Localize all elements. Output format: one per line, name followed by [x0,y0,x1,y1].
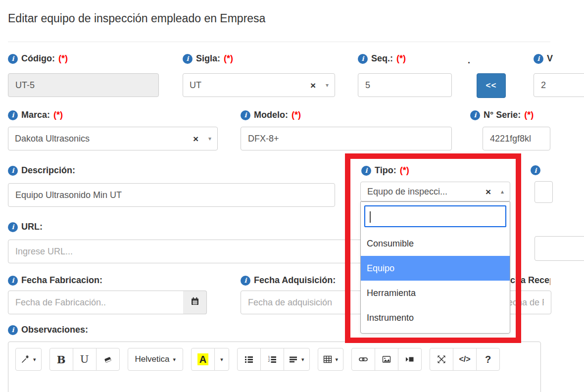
svg-text:1: 1 [268,355,270,359]
partial-right-input[interactable] [535,181,553,203]
dropdown-option-equipo[interactable]: Equipo [361,256,510,281]
partial-right-label: i [531,165,540,175]
modelo-label: i Modelo: (*) [241,110,301,120]
ordered-list-button[interactable]: 1 2 [260,348,284,371]
svg-text:2: 2 [268,359,270,362]
serie-input[interactable] [483,127,550,150]
info-icon[interactable]: i [8,325,18,335]
url-label-text: URL: [21,222,43,232]
descripcion-label: i Descripción: [8,165,75,176]
richtext-toolbar: ▾ B U [15,348,500,371]
chevron-down-icon: ▾ [220,356,223,363]
clear-icon[interactable]: × [310,81,316,90]
info-icon[interactable]: i [8,222,18,232]
fecha-fabricacion-label-text: Fecha Fabricacion: [21,275,102,286]
sigla-label-text: Sigla: [196,53,220,64]
descripcion-input[interactable] [8,183,335,207]
unordered-list-button[interactable] [237,348,261,371]
code-view-button[interactable]: </> [453,348,477,371]
chevron-down-icon: ▾ [33,356,36,363]
bold-button[interactable]: B [49,348,73,371]
url-label: i URL: [8,222,43,232]
chevron-down-icon[interactable]: ▾ [208,136,211,142]
required-marker: (*) [224,53,233,64]
tipo-search-box[interactable] [364,205,506,227]
info-icon[interactable]: i [241,110,250,120]
picture-button[interactable] [375,348,398,371]
seq-label-text: Seq.: [371,53,393,64]
info-icon[interactable]: i [534,54,543,64]
sigla-select[interactable]: UT × ▾ [183,73,335,97]
info-icon[interactable]: i [361,166,371,176]
font-color-caret-button[interactable]: ▾ [214,348,229,371]
tipo-label: i Tipo: (*) [361,165,409,176]
clear-icon[interactable]: × [193,134,198,144]
paragraph-align-button[interactable]: ▾ [284,348,310,371]
dot-separator: . [468,55,470,66]
sigla-selected-value: UT [190,80,201,91]
fecha-fabricacion-input[interactable] [8,291,184,314]
chevron-down-icon: ▾ [336,356,339,363]
fecha-adquisicion-label-text: Fecha Adquisición: [254,275,336,286]
style-magic-button[interactable]: ▾ [15,348,42,371]
serie-label: i N° Serie: (*) [470,110,534,120]
swap-button[interactable]: << [477,73,506,98]
info-icon[interactable]: i [358,54,368,64]
paragraph-icon [289,355,298,364]
codigo-label: i Código: (*) [8,53,68,64]
required-marker: (*) [396,53,406,64]
edit-equipment-form-page: Editar equipo de inspección empleado en … [0,0,584,392]
observaciones-richtext-editor: ▾ B U [8,342,541,392]
modelo-input[interactable] [241,127,452,150]
calendar-button[interactable] [183,291,207,314]
clear-icon[interactable]: × [486,187,491,196]
info-icon[interactable]: i [8,276,18,286]
link-button[interactable] [351,348,375,371]
code-icon: </> [459,355,470,364]
descripcion-label-text: Descripción: [21,165,75,176]
seq-input[interactable] [358,73,452,97]
info-icon[interactable]: i [183,54,193,64]
info-icon[interactable]: i [8,54,18,64]
link-icon [359,355,368,364]
tipo-label-text: Tipo: [375,165,396,176]
marca-select[interactable]: Dakota Ultrasonics × ▾ [8,127,218,150]
fullscreen-button[interactable] [430,348,453,371]
font-family-button[interactable]: Helvetica ▾ [128,348,183,371]
observaciones-label: i Observaciones: [8,325,88,335]
calendar-icon [191,297,199,308]
partial-right-input-2[interactable] [535,236,584,261]
chevron-down-icon[interactable]: ▾ [326,82,329,88]
picture-icon [382,355,391,364]
dropdown-option-instrumento[interactable]: Instrumento [361,305,510,330]
modelo-label-text: Modelo: [254,110,288,120]
codigo-input[interactable] [8,73,159,97]
tipo-select[interactable]: Equpo de inspecci... × ▴ [360,182,510,201]
info-icon[interactable]: i [241,276,250,286]
info-icon[interactable]: i [8,110,18,120]
help-button[interactable]: ? [476,348,500,371]
dropdown-option-consumible[interactable]: Consumible [361,231,510,256]
version-label-text: V [547,53,553,64]
seq-label: i Seq.: (*) [358,53,406,64]
chevron-up-icon[interactable]: ▴ [501,189,504,195]
info-icon[interactable]: i [470,110,480,120]
dropdown-option-herramienta[interactable]: Herramienta [361,281,510,305]
chevron-down-icon: ▾ [173,356,176,363]
clear-format-button[interactable] [96,348,120,371]
font-color-button[interactable]: A [191,348,215,371]
marca-label: i Marca: (*) [8,110,63,120]
underline-button[interactable]: U [73,348,97,371]
info-icon[interactable]: i [8,166,18,176]
required-marker: (*) [400,165,409,176]
video-icon [405,355,414,364]
magic-wand-icon [21,355,30,364]
info-icon[interactable]: i [531,165,540,175]
version-input[interactable] [534,73,584,97]
video-button[interactable] [398,348,422,371]
text-cursor [370,211,371,223]
eraser-icon [103,355,112,364]
table-button[interactable]: ▾ [318,348,344,371]
chevron-down-icon: ▾ [301,356,304,363]
marca-selected-value: Dakota Ultrasonics [15,134,90,144]
